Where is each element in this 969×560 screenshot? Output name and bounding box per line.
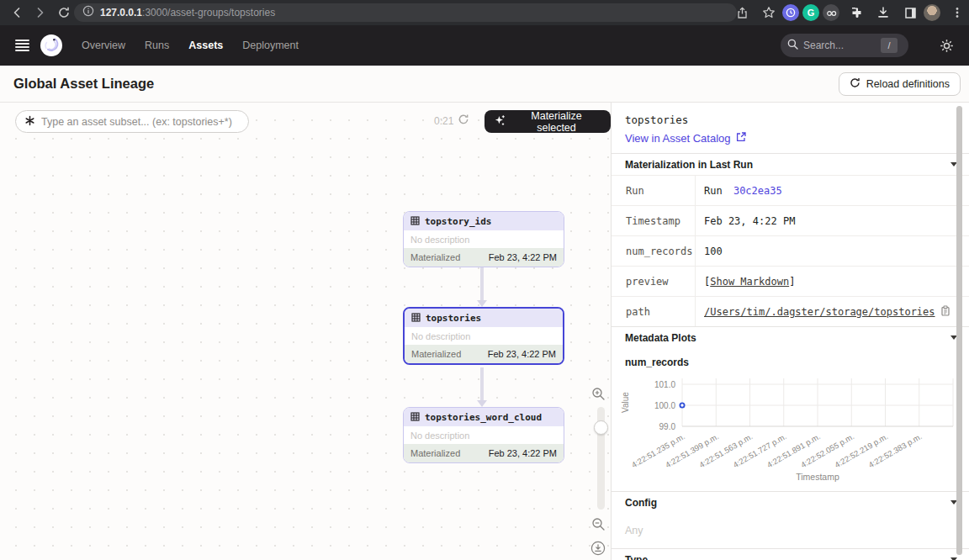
graph-refresh-icon[interactable] <box>458 114 469 129</box>
node-status-footer: MaterializedFeb 23, 4:22 PM <box>404 248 564 267</box>
row-num-records: num_records 100 <box>612 235 969 266</box>
row-path: path /Users/tim/.dagster/storage/topstor… <box>612 296 969 326</box>
zoom-in-icon[interactable] <box>591 387 606 404</box>
svg-text:100.0: 100.0 <box>654 401 675 410</box>
reload-definitions-button[interactable]: Reload definitions <box>839 72 961 96</box>
node-description: No description <box>404 230 564 248</box>
detail-asset-name: topstories <box>625 114 956 126</box>
extensions-puzzle-icon[interactable] <box>846 3 866 23</box>
section-metadata-plots[interactable]: Metadata Plots <box>612 326 969 348</box>
asset-node-topstories-word-cloud[interactable]: topstories_word_cloud No description Mat… <box>403 407 564 463</box>
browser-forward-icon[interactable] <box>30 3 50 23</box>
path-link[interactable]: /Users/tim/.dagster/storage/topstories <box>704 306 935 318</box>
row-preview: preview [Show Markdown] <box>612 266 969 296</box>
row-timestamp: Timestamp Feb 23, 4:22 PM <box>612 205 969 235</box>
extension-grammarly-icon[interactable]: G <box>802 4 819 21</box>
nav-item-overview[interactable]: Overview <box>82 40 125 51</box>
site-info-icon[interactable] <box>82 5 94 20</box>
app-top-nav: Overview Runs Assets Deployment / <box>0 25 969 66</box>
edge-topstories-to-word-cloud <box>480 367 484 401</box>
nav-item-assets[interactable]: Assets <box>188 40 223 51</box>
graph-filter-icon <box>24 114 35 129</box>
metadata-plot-chart: 99.0100.0101.04:22:51.235 p.m.4:22:51.39… <box>612 370 969 491</box>
browser-reload-icon[interactable] <box>54 3 74 23</box>
asset-node-topstory-ids[interactable]: topstory_ids No description Materialized… <box>403 211 564 267</box>
section-type[interactable]: Type <box>612 548 969 560</box>
search-shortcut-badge: / <box>881 38 898 53</box>
asset-subset-input[interactable] <box>41 116 235 128</box>
show-markdown-link[interactable]: Show Markdown <box>710 276 789 288</box>
browser-menu-icon[interactable] <box>947 3 967 23</box>
asset-graph-canvas[interactable]: 0:21 Materialize selected topstory_ids N… <box>0 103 611 560</box>
search-input[interactable] <box>803 40 876 51</box>
node-status-footer: MaterializedFeb 23, 4:22 PM <box>405 345 563 363</box>
plot-title: num_records <box>612 348 969 370</box>
dagster-logo-icon[interactable] <box>40 34 63 57</box>
svg-text:Value: Value <box>621 392 630 413</box>
run-id-link[interactable]: 30c2ea35 <box>733 185 782 197</box>
url-text: 127.0.0.1:3000/asset-groups/topstories <box>100 7 275 18</box>
global-search[interactable]: / <box>781 34 908 57</box>
nav-item-runs[interactable]: Runs <box>145 40 169 51</box>
downloads-icon[interactable] <box>873 3 893 23</box>
zoom-out-icon[interactable] <box>591 517 606 535</box>
extension-glasses-icon[interactable] <box>823 4 839 21</box>
browser-profile-avatar[interactable] <box>924 4 940 21</box>
table-icon <box>410 412 420 423</box>
bookmark-star-icon[interactable] <box>759 3 779 23</box>
asset-detail-panel: topstories View in Asset Catalog Materia… <box>611 103 969 560</box>
refresh-icon <box>850 77 860 91</box>
asset-subset-filter[interactable] <box>15 110 249 133</box>
section-config[interactable]: Config <box>612 491 969 513</box>
table-icon <box>411 313 421 324</box>
settings-gear-icon[interactable] <box>940 39 954 56</box>
sparkle-icon <box>494 114 506 129</box>
zoom-slider-handle[interactable] <box>594 420 608 435</box>
extension-clock-icon[interactable] <box>782 4 799 21</box>
section-materialization-last-run[interactable]: Materialization in Last Run <box>612 153 969 175</box>
browser-back-icon[interactable] <box>7 3 27 23</box>
node-status-footer: MaterializedFeb 23, 4:22 PM <box>404 444 564 462</box>
nav-menu-icon[interactable] <box>15 40 29 51</box>
page-header: Global Asset Lineage Reload definitions <box>0 66 969 103</box>
materialize-selected-button[interactable]: Materialize selected <box>484 110 611 133</box>
node-description: No description <box>405 327 563 345</box>
sidebar-toggle-icon[interactable] <box>900 3 920 23</box>
nav-item-deployment[interactable]: Deployment <box>242 40 299 51</box>
row-run: Run Run 30c2ea35 <box>612 175 969 205</box>
browser-url-bar[interactable]: 127.0.0.1:3000/asset-groups/topstories <box>74 3 737 22</box>
search-icon <box>787 38 798 53</box>
node-description: No description <box>404 426 564 444</box>
detail-panel-scrollbar[interactable] <box>956 106 962 555</box>
svg-text:Timestamp: Timestamp <box>796 472 839 482</box>
copy-clipboard-icon[interactable] <box>940 305 950 319</box>
share-icon[interactable] <box>732 3 752 23</box>
fit-view-icon[interactable] <box>590 541 606 559</box>
browser-chrome: 127.0.0.1:3000/asset-groups/topstories G <box>0 0 969 25</box>
asset-node-topstories[interactable]: topstories No description MaterializedFe… <box>403 307 564 365</box>
edge-topstory-ids-to-topstories <box>480 267 484 301</box>
config-value: Any <box>612 513 969 548</box>
page-title: Global Asset Lineage <box>13 76 154 92</box>
svg-text:99.0: 99.0 <box>659 422 676 431</box>
table-icon <box>410 216 420 227</box>
graph-timer: 0:21 <box>434 115 453 127</box>
svg-text:101.0: 101.0 <box>654 380 675 389</box>
view-in-asset-catalog-link[interactable]: View in Asset Catalog <box>625 132 956 145</box>
external-link-icon <box>736 132 746 145</box>
